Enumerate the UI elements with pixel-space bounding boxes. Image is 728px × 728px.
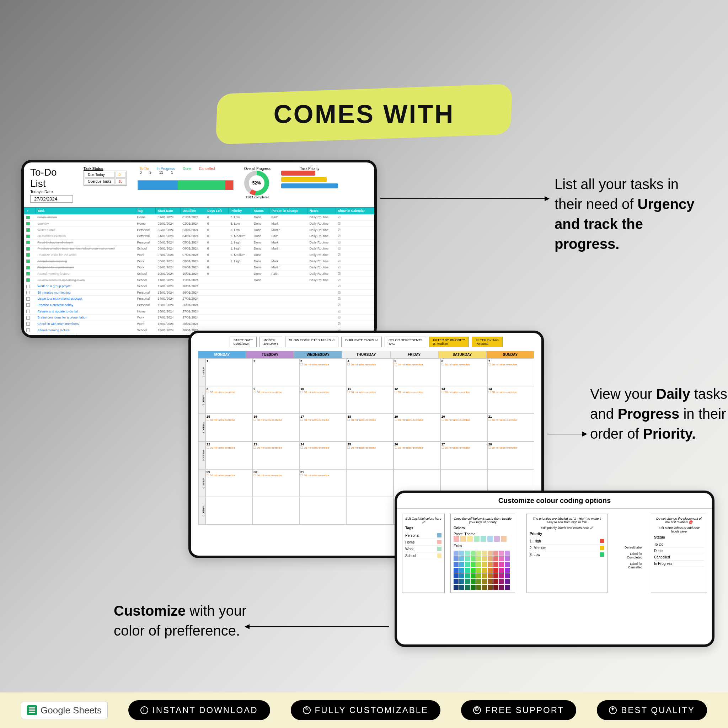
footer: Google Sheets INSTANT DOWNLOAD FULLY CUS… <box>0 693 728 728</box>
customize-screenshot: Customize colour coding options Edit Tag… <box>395 491 714 647</box>
calendar-header: MONDAYTUESDAYWEDNESDAYTHURSDAYFRIDAYSATU… <box>198 351 534 358</box>
headline: COMES WITH <box>273 99 454 128</box>
edit-icon <box>303 706 310 714</box>
tags-list: PersonalHomeWorkSchool <box>405 532 442 559</box>
support-pill: FREE SUPPORT <box>461 700 576 720</box>
instant-download-pill: INSTANT DOWNLOAD <box>128 700 270 720</box>
arrow-icon <box>380 198 549 199</box>
calendar-filters: START DATE01/01/2024 MONTHJANUARY SHOW C… <box>191 333 541 351</box>
pastel-palette <box>454 536 512 542</box>
google-sheets-badge: Google Sheets <box>21 702 108 719</box>
todo-screenshot: To-Do List Today's Date 27/02/2024 Task … <box>21 160 377 338</box>
sheets-icon <box>27 705 37 715</box>
todo-table[interactable]: ✓TaskTagStart DateDeadlineDays LeftPrior… <box>24 207 374 338</box>
quality-pill: BEST QUALITY <box>597 700 707 720</box>
download-icon <box>141 706 148 714</box>
extra-palette <box>454 551 512 590</box>
priority-label: Task Priority <box>281 167 338 171</box>
arrow-icon <box>548 434 587 434</box>
priority-list: 1. High2. Medium3. Low <box>530 538 604 558</box>
callout-urgency: List all your tasks in their need of Urg… <box>555 174 697 254</box>
status-legend: To Do In Progress Done Cancelled <box>138 167 234 171</box>
status-list: To DoDoneCancelledIn Progress <box>654 541 704 567</box>
today-date: 27/02/2024 <box>30 195 73 203</box>
today-label: Today's Date <box>30 190 73 194</box>
status-summary: Due Today0 Overdue Tasks10 <box>84 171 127 185</box>
completed-text: 11/21 completed <box>244 196 271 199</box>
todo-title: To-Do List <box>30 167 73 190</box>
callout-daily: View your Daily tasks and Progress in th… <box>590 384 728 444</box>
customizable-pill: FULLY CUSTOMIZABLE <box>291 700 440 720</box>
gear-icon <box>473 706 481 714</box>
status-counts: 09111 <box>138 171 234 174</box>
status-bar <box>138 180 234 190</box>
progress-donut: 52% <box>244 171 269 196</box>
priority-bars <box>281 171 338 188</box>
headline-banner: COMES WITH <box>216 84 512 145</box>
sparkle-icon <box>609 706 617 714</box>
arrow-icon <box>245 626 389 627</box>
customize-title: Customize colour coding options <box>397 493 712 509</box>
task-status-label: Task Status <box>84 167 127 171</box>
callout-customize: Customize with your color of prefference… <box>114 601 256 641</box>
overall-label: Overall Progress <box>244 167 271 171</box>
